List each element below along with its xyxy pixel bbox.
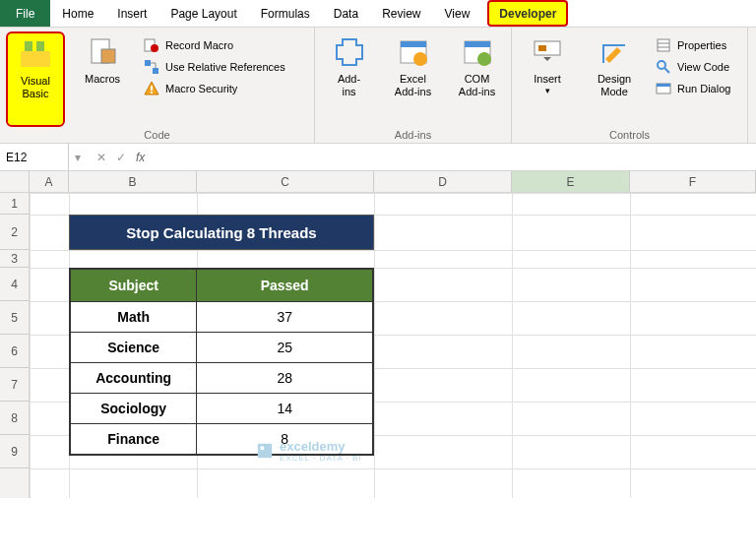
run-dialog-button[interactable]: Run Dialog [652, 79, 734, 98]
svg-rect-1 [25, 41, 32, 51]
table-row: Science25 [71, 332, 372, 362]
col-header-d[interactable]: D [374, 171, 512, 192]
record-macro-button[interactable]: Record Macro [140, 35, 289, 55]
com-addins-label: COM Add-ins [459, 73, 495, 98]
name-box[interactable]: E12 [0, 144, 69, 170]
svg-rect-27 [261, 447, 265, 451]
view-code-button[interactable]: View Code [652, 57, 734, 77]
view-code-label: View Code [677, 61, 729, 73]
row-header-2[interactable]: 2 [0, 215, 29, 250]
macro-security-icon [144, 81, 159, 96]
svg-rect-12 [401, 41, 426, 47]
excel-addins-icon [397, 35, 430, 69]
row-header-7[interactable]: 7 [0, 368, 29, 402]
name-box-dropdown-icon[interactable]: ▾ [69, 151, 87, 164]
table-cell-passed: 14 [197, 394, 372, 423]
select-all-corner[interactable] [0, 171, 30, 192]
svg-point-6 [151, 44, 158, 52]
row-header-1[interactable]: 1 [0, 193, 29, 215]
design-mode-label: Design Mode [598, 73, 631, 98]
table-cell-passed: 37 [197, 302, 372, 332]
svg-point-13 [413, 52, 427, 66]
excel-addins-button[interactable]: Excel Add-ins [385, 31, 441, 127]
table-cell-subject: Accounting [71, 363, 197, 393]
tab-page-layout[interactable]: Page Layout [158, 0, 248, 27]
table-row: Accounting28 [71, 362, 372, 393]
svg-rect-8 [153, 68, 158, 74]
tab-home[interactable]: Home [50, 0, 105, 27]
tab-developer[interactable]: Developer [487, 0, 568, 27]
group-label-controls: Controls [518, 127, 741, 141]
design-mode-button[interactable]: Design Mode [585, 31, 644, 127]
addins-label: Add- ins [338, 73, 360, 98]
col-header-c[interactable]: C [197, 171, 374, 192]
col-header-f[interactable]: F [630, 171, 756, 192]
com-addins-button[interactable]: COM Add-ins [449, 31, 505, 127]
ribbon-group-controls: Insert ▾ Design Mode Properties View Cod… [512, 28, 748, 143]
record-macro-icon [144, 37, 159, 53]
svg-line-23 [664, 68, 669, 73]
run-dialog-label: Run Dialog [677, 83, 730, 94]
insert-control-button[interactable]: Insert ▾ [518, 31, 577, 127]
addins-button[interactable]: Add- ins [321, 31, 377, 127]
use-relative-icon [144, 59, 159, 75]
table-cell-subject: Science [71, 333, 197, 362]
macros-label: Macros [85, 73, 120, 86]
table-header: Subject [71, 270, 197, 301]
macros-icon [86, 35, 119, 69]
col-header-b[interactable]: B [69, 171, 197, 192]
table-cell-subject: Math [71, 302, 197, 332]
svg-point-16 [477, 52, 491, 66]
cells-area[interactable]: Stop Calculating 8 Threads SubjectPassed… [30, 193, 756, 498]
formula-accept-icon[interactable]: ✓ [116, 151, 126, 164]
ribbon-group-code: Visual Basic Macros Record Macro Use Rel… [0, 28, 315, 143]
svg-rect-2 [36, 41, 44, 51]
watermark: exceldemy EXCEL · DATA · BI [256, 439, 362, 463]
row-header-9[interactable]: 9 [0, 435, 29, 468]
table-cell-subject: Sociology [71, 394, 197, 423]
properties-label: Properties [677, 39, 726, 51]
use-relative-button[interactable]: Use Relative References [140, 57, 289, 77]
macros-button[interactable]: Macros [73, 31, 132, 127]
row-header-6[interactable]: 6 [0, 335, 29, 368]
svg-rect-18 [538, 45, 546, 51]
group-label-code: Code [6, 127, 308, 141]
col-header-e[interactable]: E [512, 171, 630, 192]
visual-basic-button[interactable]: Visual Basic [6, 31, 65, 127]
insert-control-label: Insert [534, 73, 561, 86]
row-header-4[interactable]: 4 [0, 268, 29, 301]
ribbon-tabs: File Home Insert Page Layout Formulas Da… [0, 0, 756, 28]
watermark-name: exceldemy [280, 439, 362, 454]
ribbon-group-addins: Add- ins Excel Add-ins COM Add-ins Add-i… [315, 28, 512, 143]
visual-basic-label: Visual Basic [21, 75, 50, 100]
design-mode-icon [598, 35, 631, 69]
svg-rect-25 [657, 84, 670, 87]
tab-data[interactable]: Data [322, 0, 370, 27]
svg-rect-0 [21, 51, 50, 67]
macro-security-button[interactable]: Macro Security [140, 79, 289, 98]
properties-icon [656, 37, 671, 53]
formula-cancel-icon[interactable]: ✕ [96, 151, 106, 164]
properties-button[interactable]: Properties [652, 35, 734, 55]
watermark-icon [256, 442, 274, 460]
tab-formulas[interactable]: Formulas [249, 0, 322, 27]
ribbon: Visual Basic Macros Record Macro Use Rel… [0, 28, 756, 144]
row-header-3[interactable]: 3 [0, 250, 29, 268]
tab-file[interactable]: File [0, 0, 50, 27]
tab-view[interactable]: View [433, 0, 482, 27]
svg-rect-15 [465, 41, 490, 47]
svg-rect-26 [258, 444, 272, 458]
row-header-5[interactable]: 5 [0, 301, 29, 335]
row-headers: 123456789 [0, 193, 30, 498]
row-header-8[interactable]: 8 [0, 402, 29, 435]
insert-control-icon [531, 35, 564, 69]
table-header: Passed [197, 270, 372, 301]
tab-review[interactable]: Review [370, 0, 432, 27]
col-header-a[interactable]: A [30, 171, 69, 192]
watermark-sub: EXCEL · DATA · BI [280, 454, 362, 463]
fx-icon[interactable]: fx [136, 151, 145, 164]
tab-insert[interactable]: Insert [105, 0, 158, 27]
svg-point-22 [658, 61, 665, 69]
table-cell-passed: 28 [197, 363, 372, 393]
group-label-addins: Add-ins [321, 127, 505, 141]
